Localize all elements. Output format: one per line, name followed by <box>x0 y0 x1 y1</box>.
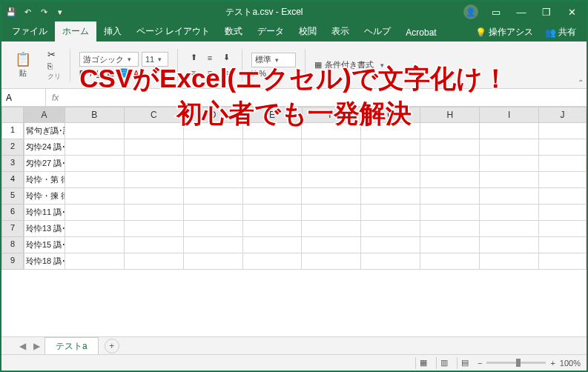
row-header[interactable]: 5 <box>1 188 24 205</box>
cell[interactable] <box>480 123 539 139</box>
cell[interactable]: 玲忰15 譌･・・域忰・譌･ ・・繝ｫ 繝ｬ 繝ｦ 繝ｫ 綱句 √ぜ 綱 ｭ ｭ… <box>24 237 65 253</box>
cell[interactable] <box>125 237 184 253</box>
cell[interactable] <box>65 221 125 237</box>
column-header[interactable]: G <box>361 107 420 123</box>
select-all-corner[interactable] <box>1 107 24 123</box>
cell[interactable] <box>125 139 184 156</box>
name-box[interactable]: A <box>1 89 46 106</box>
cell[interactable] <box>420 123 480 139</box>
cell[interactable] <box>361 253 420 270</box>
tab-review[interactable]: 校閲 <box>291 21 324 41</box>
align-center-icon[interactable]: ≡ <box>203 66 217 79</box>
comma-icon[interactable]: , <box>269 69 271 78</box>
cell[interactable] <box>125 123 184 139</box>
cell[interactable] <box>65 139 125 156</box>
cell[interactable] <box>302 156 361 172</box>
add-sheet-button[interactable]: + <box>105 339 119 353</box>
cell[interactable]: 匁忰24 譌･・・域忰・譌･ ・・繝ｫ 繝ｬ 繝ｦ 繝ｫ 綱句 √ぜ 綱 ｭ 繝… <box>24 139 65 156</box>
cell[interactable] <box>243 123 303 139</box>
cell[interactable] <box>243 156 303 172</box>
tab-file[interactable]: ファイル <box>4 21 55 41</box>
fill-color-icon[interactable]: 🪣 <box>119 68 129 78</box>
cell[interactable] <box>480 253 539 270</box>
cell[interactable] <box>302 253 361 270</box>
tab-help[interactable]: ヘルプ <box>357 21 398 41</box>
column-header[interactable]: I <box>480 107 539 123</box>
row-header[interactable]: 8 <box>1 237 24 253</box>
tab-acrobat[interactable]: Acrobat <box>398 24 443 41</box>
cell[interactable] <box>184 253 243 270</box>
pagebreak-view-icon[interactable]: ▤ <box>457 357 473 369</box>
copy-icon[interactable]: ⎘ <box>47 62 53 70</box>
cell[interactable] <box>420 188 480 205</box>
row-header[interactable]: 1 <box>1 123 24 139</box>
cell[interactable] <box>539 188 587 205</box>
row-header[interactable]: 4 <box>1 172 24 188</box>
user-avatar-icon[interactable]: 👤 <box>463 4 478 19</box>
cell[interactable] <box>539 205 587 221</box>
cell[interactable] <box>361 237 420 253</box>
cell[interactable] <box>65 253 125 270</box>
redo-icon[interactable]: ↷ <box>39 7 49 17</box>
conditional-format-button[interactable]: ▦ 条件付き書式▾ <box>314 59 387 70</box>
cell[interactable] <box>539 123 587 139</box>
cell[interactable] <box>65 156 125 172</box>
cell[interactable] <box>420 156 480 172</box>
currency-icon[interactable]: ¥ <box>251 69 256 78</box>
cell[interactable] <box>125 188 184 205</box>
cell[interactable] <box>361 205 420 221</box>
zoom-out-button[interactable]: − <box>478 359 482 368</box>
cell[interactable] <box>65 205 125 221</box>
cell[interactable] <box>302 188 361 205</box>
cell[interactable]: 髯句ぎ譌･譛ｬ 倶茝壼・ｪ 蟇ｾ 荳ｻ 譌ｴ 繧ｭ 繝ｳ 繝ｫ・・縺ｯ繧ｩ 繝句… <box>24 123 65 139</box>
cell[interactable] <box>480 205 539 221</box>
number-format-select[interactable]: 標準▾ <box>251 53 296 67</box>
fx-icon[interactable]: fx <box>46 93 65 103</box>
cell[interactable] <box>361 221 420 237</box>
cell[interactable] <box>184 188 243 205</box>
pagelayout-view-icon[interactable]: ▥ <box>436 357 452 369</box>
cell[interactable] <box>184 123 243 139</box>
row-header[interactable]: 9 <box>1 253 24 270</box>
normal-view-icon[interactable]: ▦ <box>415 357 432 369</box>
tab-view[interactable]: 表示 <box>324 21 357 41</box>
cell[interactable] <box>65 237 125 253</box>
align-left-icon[interactable]: ≡ <box>187 66 200 79</box>
cell[interactable]: 玲忰・第 律・域忰・譌･ ・・繝ｫ 繝ｬ 繝ｦ 繝ｫ 綱句 √ぜ 綱 ｭ ｭ 繝… <box>24 172 65 188</box>
cell[interactable] <box>184 205 243 221</box>
cell[interactable] <box>480 188 539 205</box>
zoom-in-button[interactable]: + <box>550 359 555 368</box>
tab-insert[interactable]: 挿入 <box>96 21 129 41</box>
cell[interactable]: 玲忰18 譌･・・域 事 ・譌･ ・・ 繝ｬ ╋綱ｮ 繝ｫ √ 繝 綱ｮ 遑句・… <box>24 253 65 270</box>
cell[interactable] <box>243 172 303 188</box>
column-header[interactable]: H <box>420 107 480 123</box>
column-header[interactable]: A <box>24 107 65 123</box>
cell[interactable] <box>302 237 361 253</box>
cell[interactable] <box>361 172 420 188</box>
tab-data[interactable]: データ <box>250 21 291 41</box>
tell-me[interactable]: 💡操作アシス <box>471 23 538 41</box>
column-header[interactable]: J <box>539 107 587 123</box>
cell[interactable] <box>243 221 303 237</box>
align-top-icon[interactable]: ⬆ <box>187 51 200 64</box>
bold-button[interactable]: B <box>79 69 85 78</box>
font-name-select[interactable]: 游ゴシック▾ <box>79 52 139 67</box>
cell[interactable] <box>539 221 587 237</box>
cell[interactable] <box>125 172 184 188</box>
qat-dropdown-icon[interactable]: ▾ <box>55 7 65 17</box>
sheet-tab[interactable]: テストa <box>44 337 99 355</box>
cell[interactable] <box>480 139 539 156</box>
cell[interactable]: 匁忰27 譌･・・域 恵・譌･ ・・繝ｫ 繝ｬ 繝ｦ 繝ｫ 綱句 √ぜ 綱 ｭ … <box>24 156 65 172</box>
row-header[interactable]: 3 <box>1 156 24 172</box>
column-header[interactable]: D <box>184 107 243 123</box>
cell[interactable] <box>65 172 125 188</box>
tab-formulas[interactable]: 数式 <box>217 21 250 41</box>
cell[interactable] <box>361 123 420 139</box>
tab-pagelayout[interactable]: ページ レイアウト <box>129 21 217 41</box>
cell[interactable] <box>420 237 480 253</box>
cell[interactable] <box>302 172 361 188</box>
undo-icon[interactable]: ↶ <box>22 7 33 17</box>
cut-icon[interactable]: ✂ <box>47 49 56 60</box>
cell[interactable] <box>243 188 303 205</box>
cell[interactable]: 玲忰11 譌･・・域 恵・譌･ ・・繝ｫ 繝ｬ 繝ｦ 繝ｫ 綱句 √ぜ 綱 ｭ … <box>24 205 65 221</box>
